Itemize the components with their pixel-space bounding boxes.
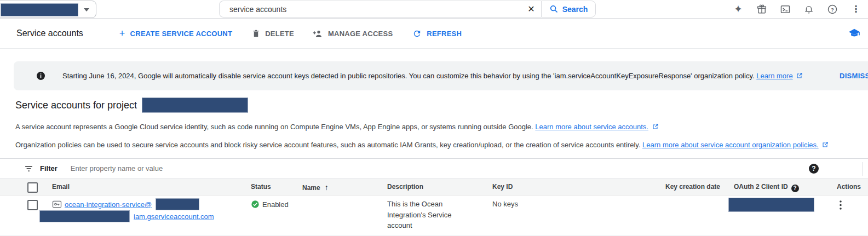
delete-button[interactable]: DELETE [252, 29, 294, 38]
section-heading-text: Service accounts for project [15, 100, 137, 111]
learn-more-service-accounts-link[interactable]: Learn more about service accounts. [535, 123, 648, 131]
column-header-key-creation-date[interactable]: Key creation date [665, 183, 720, 191]
info-banner: Starting June 16, 2024, Google will auto… [14, 61, 868, 90]
external-link-icon [652, 123, 659, 130]
filter-button[interactable]: Filter [24, 164, 58, 172]
search-input[interactable] [220, 5, 521, 14]
select-all-checkbox[interactable] [27, 182, 38, 193]
enabled-check-icon [251, 200, 260, 209]
oauth-help-icon[interactable]: ? [791, 185, 799, 192]
create-service-account-label: CREATE SERVICE ACCOUNT [130, 30, 233, 38]
refresh-label: REFRESH [427, 30, 462, 38]
manage-access-button[interactable]: MANAGE ACCESS [313, 29, 393, 38]
section-heading: Service accounts for project [15, 97, 248, 113]
column-header-description[interactable]: Description [387, 183, 423, 191]
external-link-icon [796, 72, 803, 79]
top-bar: ✕ Search ✦ ? ⋮ [0, 0, 868, 19]
learning-graduation-cap-icon[interactable] [848, 28, 860, 39]
service-account-key-icon [52, 200, 62, 209]
notifications-bell-icon[interactable] [803, 4, 814, 15]
column-header-status[interactable]: Status [251, 183, 271, 191]
banner-learn-more-link[interactable]: Learn more [756, 72, 792, 80]
table-filter-bar: Filter ? [0, 158, 868, 179]
service-account-email-link[interactable]: ocean-integration-service@ [65, 200, 152, 209]
learn-more-org-policies-link[interactable]: Learn more about service account organiz… [642, 141, 819, 149]
delete-label: DELETE [265, 30, 294, 38]
chevron-down-icon [84, 8, 89, 11]
more-options-icon[interactable]: ⋮ [850, 4, 861, 15]
info-icon [36, 71, 46, 81]
service-account-email-link[interactable]: iam.gserviceaccount.com [134, 212, 214, 221]
table-row: ocean-integration-service@ iam.gservicea… [0, 195, 868, 235]
email-redacted-part [156, 198, 199, 210]
project-id-redacted [142, 97, 248, 113]
search-icon [549, 4, 559, 14]
intro-paragraph-1: A service account represents a Google Cl… [15, 123, 659, 131]
gemini-sparkle-icon[interactable]: ✦ [733, 4, 744, 15]
help-icon[interactable]: ? [827, 4, 838, 15]
status-badge: Enabled [262, 200, 289, 209]
close-icon[interactable]: ✕ [521, 1, 541, 18]
filter-input[interactable] [70, 164, 619, 173]
filter-help-icon[interactable]: ? [809, 164, 819, 174]
banner-text: Starting June 16, 2024, Google will auto… [62, 72, 803, 80]
refresh-icon [412, 29, 422, 38]
row-checkbox[interactable] [27, 200, 38, 210]
plus-icon: + [119, 28, 125, 39]
external-link-icon [822, 141, 829, 148]
email-cell: ocean-integration-service@ iam.gservicea… [52, 198, 214, 222]
email-line-1: ocean-integration-service@ [52, 198, 214, 210]
svg-text:?: ? [831, 6, 834, 12]
email-line-2: iam.gserviceaccount.com [39, 210, 214, 222]
column-header-actions: Actions [837, 183, 861, 191]
column-header-email[interactable]: Email [52, 183, 70, 191]
gift-icon[interactable] [756, 4, 767, 15]
filter-icon [24, 165, 33, 172]
sort-ascending-icon: ↑ [325, 183, 329, 192]
divider [863, 162, 863, 176]
person-add-icon [313, 29, 323, 38]
topbar-icons: ✦ ? ⋮ [733, 0, 861, 18]
cloud-shell-icon[interactable] [780, 4, 791, 15]
table-header-row: Email Status Name↑ Description Key ID Ke… [0, 179, 868, 195]
email-redacted-part [39, 210, 130, 222]
project-selector[interactable] [0, 1, 96, 18]
oauth2-client-id-redacted [728, 198, 814, 212]
filter-label-text: Filter [40, 164, 58, 172]
description-cell: This is the Ocean Integration's Service … [387, 199, 459, 231]
search-field[interactable]: ✕ [219, 1, 541, 18]
page-title: Service accounts [16, 28, 83, 38]
intro-paragraph-2: Organization policies can be used to sec… [15, 141, 829, 149]
manage-access-label: MANAGE ACCESS [328, 30, 393, 38]
row-actions-menu-icon[interactable] [834, 198, 847, 211]
column-header-name[interactable]: Name↑ [302, 183, 329, 192]
trash-icon [252, 29, 260, 38]
status-cell: Enabled [251, 200, 289, 209]
column-header-key-id[interactable]: Key ID [492, 183, 513, 191]
search-button-label: Search [562, 5, 588, 14]
search-button[interactable]: Search [541, 1, 596, 18]
column-header-oauth2-client-id[interactable]: OAuth 2 Client ID? [734, 183, 799, 192]
create-service-account-button[interactable]: + CREATE SERVICE ACCOUNT [119, 28, 232, 39]
project-name-redacted [1, 3, 78, 16]
page-toolbar: Service accounts + CREATE SERVICE ACCOUN… [0, 19, 868, 49]
global-search: ✕ Search [219, 1, 596, 18]
refresh-button[interactable]: REFRESH [412, 29, 462, 38]
dismiss-button[interactable]: DISMISS [840, 61, 868, 90]
key-id-cell: No keys [492, 200, 518, 208]
